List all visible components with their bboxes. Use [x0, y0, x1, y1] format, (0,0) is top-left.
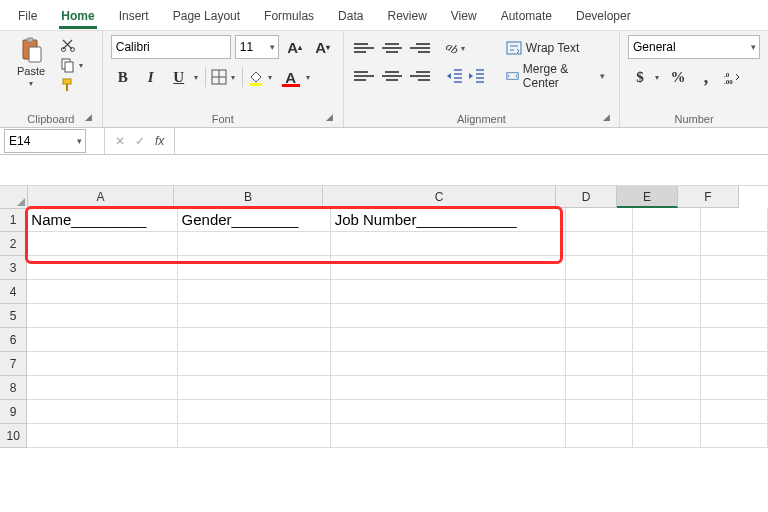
- row-header[interactable]: 8: [0, 376, 27, 400]
- copy-button[interactable]: ▾: [60, 57, 86, 73]
- cell[interactable]: [331, 304, 566, 328]
- fill-color-button[interactable]: ▾: [247, 68, 275, 86]
- cell[interactable]: [178, 232, 331, 256]
- dialog-launcher-icon[interactable]: ◢: [599, 111, 613, 125]
- cell[interactable]: [331, 280, 566, 304]
- cell[interactable]: [633, 280, 700, 304]
- row-header[interactable]: 7: [0, 352, 27, 376]
- cell[interactable]: [27, 304, 177, 328]
- fx-icon[interactable]: fx: [155, 134, 164, 148]
- row-header[interactable]: 1: [0, 208, 27, 232]
- tab-data[interactable]: Data: [328, 5, 373, 27]
- cell[interactable]: [701, 304, 768, 328]
- tab-home[interactable]: Home: [51, 5, 104, 27]
- align-center-icon[interactable]: [380, 65, 404, 87]
- name-box-input[interactable]: [5, 134, 73, 148]
- cell[interactable]: [27, 424, 177, 448]
- cell[interactable]: [701, 256, 768, 280]
- cell[interactable]: [566, 352, 633, 376]
- row-header[interactable]: 3: [0, 256, 27, 280]
- row-header[interactable]: 5: [0, 304, 27, 328]
- borders-button[interactable]: ▾: [210, 68, 238, 86]
- cell[interactable]: [178, 304, 331, 328]
- dialog-launcher-icon[interactable]: ◢: [323, 111, 337, 125]
- cell[interactable]: [178, 328, 331, 352]
- enter-icon[interactable]: ✓: [135, 134, 145, 148]
- tab-formulas[interactable]: Formulas: [254, 5, 324, 27]
- cell[interactable]: [701, 232, 768, 256]
- cell[interactable]: [27, 280, 177, 304]
- font-size-input[interactable]: [236, 37, 268, 57]
- cell[interactable]: [633, 376, 700, 400]
- font-size-combo[interactable]: ▾: [235, 35, 279, 59]
- cell[interactable]: [27, 232, 177, 256]
- column-header[interactable]: A: [28, 186, 174, 208]
- accounting-format-button[interactable]: $ ▾: [628, 65, 662, 89]
- tab-review[interactable]: Review: [377, 5, 436, 27]
- cell-C1[interactable]: Job Number____________: [331, 208, 566, 232]
- row-header[interactable]: 2: [0, 232, 27, 256]
- cell[interactable]: [633, 424, 700, 448]
- tab-view[interactable]: View: [441, 5, 487, 27]
- cell[interactable]: [178, 280, 331, 304]
- row-header[interactable]: 4: [0, 280, 27, 304]
- number-format-combo[interactable]: ▾: [628, 35, 760, 59]
- name-box[interactable]: ▾: [4, 129, 86, 153]
- cancel-icon[interactable]: ✕: [115, 134, 125, 148]
- cell[interactable]: [566, 280, 633, 304]
- cell[interactable]: [566, 304, 633, 328]
- merge-center-button[interactable]: Merge & Center ▾: [500, 65, 611, 87]
- column-header[interactable]: E: [617, 186, 678, 208]
- decrease-indent-icon[interactable]: [446, 68, 464, 84]
- select-all-corner[interactable]: [0, 186, 28, 209]
- cell[interactable]: [633, 232, 700, 256]
- cell-A1[interactable]: Name_________: [27, 208, 177, 232]
- tab-page-layout[interactable]: Page Layout: [163, 5, 250, 27]
- tab-developer[interactable]: Developer: [566, 5, 641, 27]
- cell[interactable]: [633, 352, 700, 376]
- italic-button[interactable]: I: [139, 65, 163, 89]
- cell[interactable]: [701, 352, 768, 376]
- cell-B1[interactable]: Gender________: [178, 208, 331, 232]
- cell[interactable]: [633, 256, 700, 280]
- cell[interactable]: [27, 352, 177, 376]
- align-top-icon[interactable]: [352, 37, 376, 59]
- column-header[interactable]: F: [678, 186, 739, 208]
- cell[interactable]: [178, 400, 331, 424]
- cell[interactable]: [331, 376, 566, 400]
- bold-button[interactable]: B: [111, 65, 135, 89]
- cell[interactable]: [178, 352, 331, 376]
- align-left-icon[interactable]: [352, 65, 376, 87]
- cell[interactable]: [331, 256, 566, 280]
- cell[interactable]: [566, 424, 633, 448]
- underline-button[interactable]: U ▾: [167, 65, 201, 89]
- cell[interactable]: [178, 376, 331, 400]
- dialog-launcher-icon[interactable]: ◢: [82, 111, 96, 125]
- cell[interactable]: [331, 352, 566, 376]
- cell[interactable]: [331, 424, 566, 448]
- cell[interactable]: [566, 328, 633, 352]
- row-header[interactable]: 6: [0, 328, 27, 352]
- row-header[interactable]: 10: [0, 424, 27, 448]
- cell[interactable]: [566, 232, 633, 256]
- column-header[interactable]: C: [323, 186, 556, 208]
- font-name-combo[interactable]: ▾: [111, 35, 231, 59]
- comma-button[interactable]: ,: [694, 65, 718, 89]
- orientation-button[interactable]: ab ▾: [446, 41, 468, 56]
- cut-icon[interactable]: [60, 37, 86, 53]
- font-color-button[interactable]: A ▾: [279, 65, 313, 89]
- cell[interactable]: [701, 424, 768, 448]
- tab-file[interactable]: File: [8, 5, 47, 27]
- cell[interactable]: [331, 328, 566, 352]
- cell[interactable]: [633, 208, 700, 232]
- cell[interactable]: [27, 400, 177, 424]
- increase-decimal-icon[interactable]: .0.00: [722, 67, 742, 87]
- increase-font-icon[interactable]: A▴: [283, 35, 307, 59]
- cell[interactable]: [633, 400, 700, 424]
- align-bottom-icon[interactable]: [408, 37, 432, 59]
- formula-input[interactable]: [175, 130, 768, 152]
- cell[interactable]: [566, 376, 633, 400]
- cell[interactable]: [178, 256, 331, 280]
- cell[interactable]: [27, 328, 177, 352]
- wrap-text-button[interactable]: Wrap Text: [500, 37, 611, 59]
